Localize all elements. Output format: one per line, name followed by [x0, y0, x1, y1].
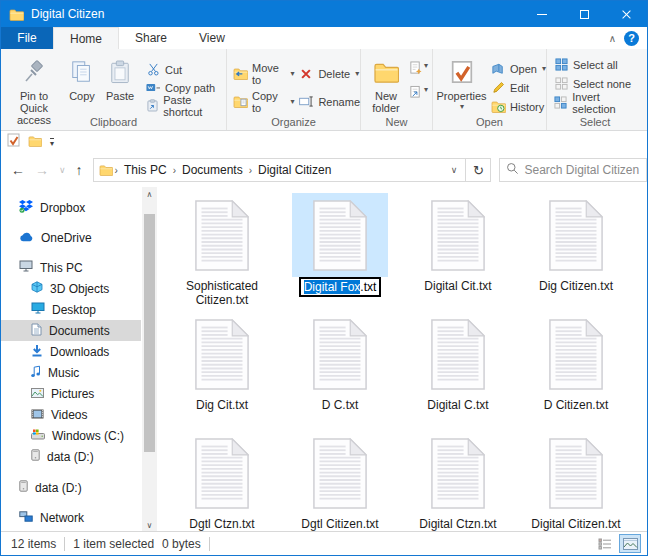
- file-item[interactable]: D Citizen.txt: [517, 312, 635, 431]
- sidebar-scrollbar[interactable]: ∧ ∨: [142, 187, 157, 533]
- text-file-icon: [528, 431, 624, 515]
- sidebar-item-3d-objects[interactable]: 3D Objects: [1, 278, 141, 299]
- new-item-icon: [409, 61, 422, 79]
- breadcrumb-documents[interactable]: Documents: [178, 163, 247, 177]
- file-item[interactable]: D C.txt: [281, 312, 399, 431]
- select-all-button[interactable]: Select all: [553, 56, 643, 73]
- address-bar[interactable]: › This PC › Documents › Digital Citizen …: [93, 158, 467, 182]
- desktop-icon: [31, 302, 45, 317]
- tab-share[interactable]: Share: [119, 27, 183, 49]
- group-label-organize: Organize: [227, 116, 360, 128]
- open-button[interactable]: Open ▾: [490, 60, 546, 77]
- sidebar-item-downloads[interactable]: Downloads: [1, 341, 141, 362]
- tab-view[interactable]: View: [183, 27, 241, 49]
- copy-to-button[interactable]: Copy to ▾: [233, 93, 294, 110]
- cut-button[interactable]: Cut: [145, 61, 226, 78]
- file-item[interactable]: Digital Cit.txt: [399, 193, 517, 312]
- sidebar-item-videos[interactable]: Videos: [1, 404, 141, 425]
- pushpin-icon: [23, 57, 45, 87]
- navigation-pane: Dropbox OneDrive This PC 3D Objects Desk…: [1, 187, 157, 533]
- sidebar-item-onedrive[interactable]: OneDrive: [1, 227, 141, 248]
- file-item-renaming[interactable]: Digital Fox.txt: [281, 193, 399, 312]
- refresh-button[interactable]: ↻: [466, 158, 491, 182]
- windows-drive-icon: [31, 429, 45, 443]
- sidebar-item-documents[interactable]: Documents: [1, 320, 141, 341]
- text-file-icon: [292, 312, 388, 396]
- pictures-icon: [31, 387, 44, 401]
- selected-count: 1 item selected: [73, 537, 154, 551]
- network-icon: [19, 511, 33, 525]
- content-area: Dropbox OneDrive This PC 3D Objects Desk…: [1, 187, 647, 533]
- breadcrumb-separator: ›: [247, 165, 254, 176]
- videos-icon: [31, 408, 44, 422]
- open-dropdown-icon: ▾: [542, 64, 546, 73]
- status-divider: [209, 537, 210, 551]
- qat-folder-icon[interactable]: [28, 133, 42, 151]
- sidebar-item-music[interactable]: Music: [1, 362, 141, 383]
- invert-selection-button[interactable]: Invert selection: [553, 94, 643, 111]
- file-name: Dgtl Citizen.txt: [301, 517, 378, 531]
- address-dropdown-icon[interactable]: ∨: [443, 165, 466, 175]
- up-icon[interactable]: ↑: [76, 162, 83, 178]
- breadcrumb-this-pc[interactable]: This PC: [120, 163, 171, 177]
- properties-dropdown-icon: ▾: [460, 102, 464, 111]
- drive-icon: [31, 449, 40, 464]
- sidebar-item-network[interactable]: Network: [1, 507, 141, 528]
- rename-extension-text: .txt: [360, 280, 376, 294]
- history-icon: [490, 100, 506, 113]
- scissors-icon: [145, 63, 161, 76]
- maximize-button[interactable]: [563, 1, 605, 27]
- breadcrumb-digital-citizen[interactable]: Digital Citizen: [254, 163, 335, 177]
- edit-button[interactable]: Edit: [490, 79, 546, 96]
- group-label-new: New: [361, 116, 432, 128]
- qat-properties-icon[interactable]: [7, 133, 20, 151]
- text-file-icon: [174, 312, 270, 396]
- sidebar-list: Dropbox OneDrive This PC 3D Objects Desk…: [1, 187, 157, 528]
- file-item[interactable]: Dig Citizen.txt: [517, 193, 635, 312]
- new-item-button[interactable]: ▾: [409, 61, 428, 79]
- qat-customize-icon[interactable]: ▾: [50, 138, 54, 147]
- forward-icon[interactable]: →: [35, 162, 49, 178]
- window-controls: [521, 1, 647, 27]
- file-item[interactable]: Digital C.txt: [399, 312, 517, 431]
- move-to-button[interactable]: Move to ▾: [233, 65, 294, 82]
- rename-input[interactable]: Digital Fox.txt: [300, 278, 381, 296]
- maximize-icon: [580, 10, 589, 19]
- details-view-button[interactable]: [594, 534, 616, 553]
- close-button[interactable]: [605, 1, 647, 27]
- move-to-dropdown-icon: ▾: [290, 69, 294, 78]
- sidebar-item-data-d[interactable]: data (D:): [1, 446, 141, 467]
- history-button[interactable]: History: [490, 98, 546, 115]
- help-icon[interactable]: ?: [624, 31, 639, 46]
- search-input[interactable]: [524, 163, 640, 177]
- select-none-icon: [553, 77, 569, 90]
- recent-locations-icon[interactable]: ∨: [59, 165, 66, 175]
- ribbon-group-select: Select all Select none Invert selection …: [547, 49, 643, 130]
- ribbon: Pin to Quick access Copy Paste: [1, 49, 647, 131]
- sidebar-item-windows-c[interactable]: Windows (C:): [1, 425, 141, 446]
- tab-home[interactable]: Home: [53, 27, 119, 49]
- easy-access-button[interactable]: ▾: [409, 85, 428, 103]
- file-item[interactable]: Sophisticated Citizen.txt: [163, 193, 281, 312]
- close-icon: [621, 9, 632, 20]
- minimize-button[interactable]: [521, 1, 563, 27]
- scrollbar-thumb[interactable]: [144, 214, 155, 452]
- sidebar-item-this-pc[interactable]: This PC: [1, 257, 141, 278]
- breadcrumb-separator: ›: [113, 165, 120, 176]
- paste-icon: [109, 57, 131, 87]
- select-none-button[interactable]: Select none: [553, 75, 643, 92]
- paste-shortcut-button[interactable]: Paste shortcut: [145, 97, 226, 114]
- back-icon[interactable]: ←: [11, 162, 25, 178]
- rename-button[interactable]: Rename: [298, 93, 360, 110]
- delete-button[interactable]: Delete ▾: [298, 65, 360, 82]
- sidebar-item-data-d-drive[interactable]: data (D:): [1, 477, 141, 498]
- file-item[interactable]: Dig Cit.txt: [163, 312, 281, 431]
- collapse-ribbon-icon[interactable]: ∧: [609, 33, 616, 44]
- tab-file[interactable]: File: [1, 27, 53, 49]
- scroll-up-icon[interactable]: ∧: [142, 187, 157, 202]
- large-icons-view-button[interactable]: [619, 534, 641, 553]
- sidebar-item-pictures[interactable]: Pictures: [1, 383, 141, 404]
- sidebar-item-dropbox[interactable]: Dropbox: [1, 197, 141, 218]
- sidebar-item-desktop[interactable]: Desktop: [1, 299, 141, 320]
- onedrive-icon: [19, 231, 34, 245]
